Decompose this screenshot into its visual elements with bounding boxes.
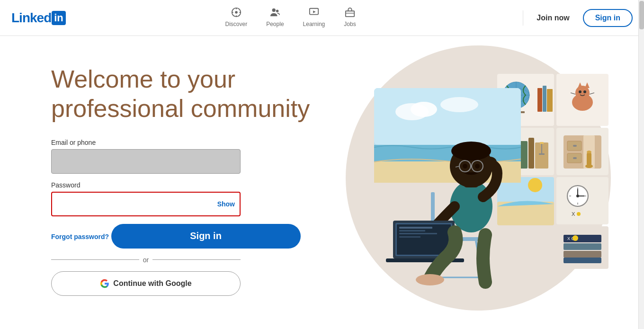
join-now-button[interactable]: Join now bbox=[529, 10, 577, 26]
svg-rect-21 bbox=[547, 89, 553, 112]
svg-rect-49 bbox=[573, 157, 577, 159]
header: Linkedin Discover People Learning Job bbox=[0, 0, 644, 36]
password-label: Password bbox=[51, 181, 241, 189]
main-content: Welcome to your professional community E… bbox=[0, 36, 644, 329]
svg-point-68 bbox=[577, 212, 581, 216]
left-panel: Welcome to your professional community E… bbox=[0, 36, 322, 329]
welcome-title: Welcome to your professional community bbox=[51, 64, 316, 124]
svg-point-75 bbox=[572, 235, 578, 241]
show-password-button[interactable]: Show bbox=[217, 200, 235, 208]
svg-point-56 bbox=[528, 178, 542, 192]
email-form-group: Email or phone bbox=[51, 139, 241, 174]
svg-rect-105 bbox=[399, 233, 437, 234]
password-form-group: Password Show bbox=[51, 181, 241, 216]
nav-label-discover: Discover bbox=[225, 21, 248, 27]
svg-rect-77 bbox=[374, 88, 521, 145]
nav-label-learning: Learning bbox=[303, 21, 325, 27]
svg-point-80 bbox=[440, 97, 478, 112]
email-input[interactable] bbox=[51, 149, 241, 174]
svg-rect-20 bbox=[543, 86, 546, 112]
nav-item-discover[interactable]: Discover bbox=[218, 3, 255, 32]
main-illustration: X X O bbox=[336, 36, 630, 329]
svg-point-95 bbox=[463, 164, 467, 169]
svg-rect-10 bbox=[346, 11, 354, 17]
nav-item-people[interactable]: People bbox=[259, 3, 291, 32]
svg-point-1 bbox=[235, 11, 238, 14]
google-icon bbox=[100, 279, 109, 288]
svg-text:X: X bbox=[572, 211, 575, 217]
svg-point-6 bbox=[272, 9, 275, 12]
svg-marker-9 bbox=[313, 10, 316, 13]
or-line-right bbox=[152, 259, 241, 260]
header-divider bbox=[523, 10, 523, 26]
scrollbar[interactable] bbox=[638, 0, 644, 329]
sign-in-header-button[interactable]: Sign in bbox=[583, 9, 633, 27]
password-input[interactable] bbox=[51, 192, 241, 216]
email-label: Email or phone bbox=[51, 139, 241, 146]
or-line-left bbox=[51, 259, 139, 260]
svg-rect-104 bbox=[399, 230, 425, 231]
svg-rect-19 bbox=[537, 88, 542, 112]
svg-rect-45 bbox=[564, 135, 601, 169]
svg-rect-42 bbox=[541, 144, 542, 153]
sign-in-main-button[interactable]: Sign in bbox=[111, 224, 301, 249]
svg-point-27 bbox=[579, 90, 581, 93]
svg-point-98 bbox=[483, 157, 497, 168]
svg-point-62 bbox=[576, 195, 579, 197]
right-panel: X X O bbox=[322, 36, 644, 329]
illustration-container: X X O bbox=[336, 36, 630, 329]
nav-item-learning[interactable]: Learning bbox=[295, 3, 333, 32]
svg-rect-41 bbox=[540, 142, 544, 144]
or-divider: or bbox=[51, 256, 241, 264]
header-nav: Discover People Learning Jobs bbox=[218, 3, 364, 32]
logo-text: Linked bbox=[11, 10, 51, 26]
google-signin-button[interactable]: Continue with Google bbox=[51, 271, 241, 296]
svg-point-28 bbox=[583, 90, 586, 93]
svg-point-79 bbox=[411, 102, 437, 117]
svg-rect-72 bbox=[564, 251, 601, 258]
svg-rect-103 bbox=[399, 227, 432, 229]
people-icon bbox=[270, 7, 280, 20]
svg-rect-52 bbox=[587, 152, 591, 166]
svg-rect-73 bbox=[564, 258, 601, 263]
svg-point-53 bbox=[587, 151, 591, 153]
svg-rect-47 bbox=[573, 145, 577, 147]
svg-rect-102 bbox=[397, 224, 451, 255]
header-left: Linkedin bbox=[11, 10, 66, 26]
password-wrapper: Show bbox=[51, 192, 241, 216]
google-button-label: Continue with Google bbox=[113, 279, 191, 288]
svg-point-7 bbox=[276, 10, 279, 13]
svg-rect-106 bbox=[399, 236, 420, 238]
or-text: or bbox=[143, 256, 149, 264]
header-actions: Join now Sign in bbox=[523, 9, 633, 27]
nav-label-people: People bbox=[266, 21, 284, 27]
svg-point-97 bbox=[451, 142, 491, 160]
svg-rect-71 bbox=[564, 243, 601, 250]
forgot-password-link[interactable]: Forgot password? bbox=[51, 233, 109, 240]
svg-rect-39 bbox=[528, 138, 534, 169]
svg-rect-43 bbox=[539, 153, 545, 155]
svg-point-108 bbox=[416, 274, 444, 285]
logo[interactable]: Linkedin bbox=[11, 10, 66, 26]
nav-item-jobs[interactable]: Jobs bbox=[336, 3, 363, 32]
discover-icon bbox=[231, 7, 242, 20]
jobs-icon bbox=[345, 7, 355, 20]
scrollbar-thumb[interactable] bbox=[639, 1, 644, 29]
svg-point-96 bbox=[475, 164, 480, 169]
logo-box: in bbox=[52, 11, 66, 25]
learning-icon bbox=[309, 7, 319, 20]
nav-label-jobs: Jobs bbox=[344, 21, 356, 27]
